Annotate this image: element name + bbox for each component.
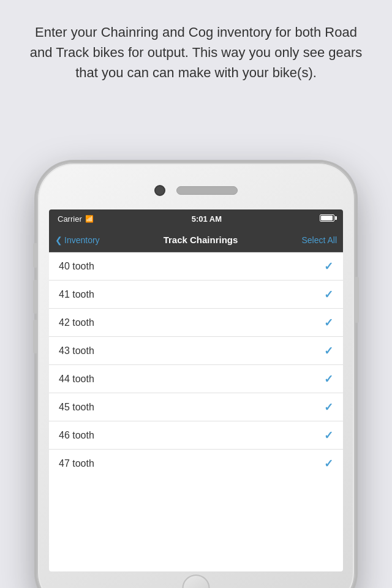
checkmark-icon: ✓ <box>324 429 333 442</box>
carrier-label: Carrier <box>58 214 82 224</box>
phone-mockup: Carrier 📶 5:01 AM ❮ Inventory Track Chai… <box>37 162 355 588</box>
list-item[interactable]: 46 tooth✓ <box>49 421 343 450</box>
list-item[interactable]: 41 tooth✓ <box>49 281 343 309</box>
chainring-list: 40 tooth✓41 tooth✓42 tooth✓43 tooth✓44 t… <box>49 252 343 478</box>
list-item-label: 40 tooth <box>59 261 94 272</box>
navigation-bar: ❮ Inventory Track Chainrings Select All <box>49 228 343 252</box>
list-item-label: 45 tooth <box>59 402 94 413</box>
back-chevron-icon: ❮ <box>55 235 62 245</box>
speaker <box>176 186 238 195</box>
checkmark-icon: ✓ <box>324 288 333 301</box>
checkmark-icon: ✓ <box>324 344 333 358</box>
back-label: Inventory <box>64 235 100 245</box>
nav-title: Track Chainrings <box>164 235 238 245</box>
list-item-label: 41 tooth <box>59 289 94 300</box>
select-all-button[interactable]: Select All <box>301 235 337 245</box>
checkmark-icon: ✓ <box>324 401 333 414</box>
intro-description: Enter your Chainring and Cog inventory f… <box>0 0 392 100</box>
checkmark-icon: ✓ <box>324 372 333 386</box>
camera <box>154 185 165 196</box>
checkmark-icon: ✓ <box>324 260 333 273</box>
list-item[interactable]: 43 tooth✓ <box>49 337 343 365</box>
carrier-info: Carrier 📶 <box>58 214 94 224</box>
volume-up-button <box>33 280 37 314</box>
phone-screen: Carrier 📶 5:01 AM ❮ Inventory Track Chai… <box>49 209 343 571</box>
phone-header <box>38 172 354 209</box>
battery-indicator <box>320 214 334 224</box>
list-item-label: 46 tooth <box>59 430 94 441</box>
list-item-label: 42 tooth <box>59 317 94 328</box>
checkmark-icon: ✓ <box>324 457 333 470</box>
wifi-icon: 📶 <box>85 215 94 223</box>
list-item[interactable]: 44 tooth✓ <box>49 365 343 393</box>
volume-down-button <box>33 320 37 353</box>
list-item-label: 43 tooth <box>59 345 94 356</box>
checkmark-icon: ✓ <box>324 316 333 330</box>
list-item[interactable]: 45 tooth✓ <box>49 393 343 421</box>
mute-button <box>33 243 37 268</box>
list-item[interactable]: 42 tooth✓ <box>49 309 343 337</box>
list-item[interactable]: 47 tooth✓ <box>49 450 343 478</box>
list-item-label: 44 tooth <box>59 374 94 385</box>
list-item[interactable]: 40 tooth✓ <box>49 252 343 281</box>
power-button <box>355 277 359 323</box>
list-item-label: 47 tooth <box>59 458 94 469</box>
status-time: 5:01 AM <box>192 214 222 224</box>
home-button[interactable] <box>183 575 210 588</box>
status-bar: Carrier 📶 5:01 AM <box>49 209 343 228</box>
back-button[interactable]: ❮ Inventory <box>55 235 100 245</box>
